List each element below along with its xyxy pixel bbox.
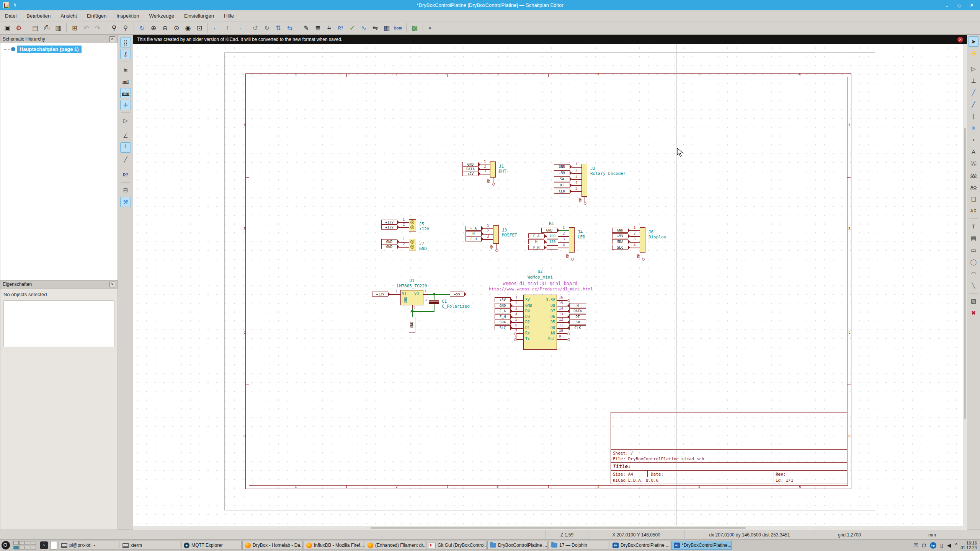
menu-inspektion[interactable]: Inspektion	[111, 10, 144, 21]
net-label-gnd[interactable]: GND	[381, 244, 397, 249]
taskbar-window-firefox[interactable]: (Enhanced) Filament dr...	[365, 541, 425, 550]
import-sheet-pin-button[interactable]: A↧	[968, 206, 979, 216]
delete-tool-button[interactable]: ✖	[968, 308, 979, 318]
net-label-gnd[interactable]: GND	[541, 228, 557, 233]
hierarchy-panel-close-icon[interactable]: ✕	[109, 36, 115, 42]
taskbar-window-firefox[interactable]: DryBox - Homelab - Da...	[242, 541, 303, 550]
print-button[interactable]: ⎙	[41, 23, 52, 33]
properties-panel-button[interactable]: ⚒	[120, 197, 131, 207]
tray-expand-tray-icon[interactable]: ^	[955, 542, 958, 548]
browse-symbol-libraries-button[interactable]: ≣	[312, 23, 323, 33]
net-label-f_a[interactable]: F_A	[495, 308, 511, 313]
edit-footprints-button[interactable]: ⌗	[324, 23, 335, 33]
wires-45-degree-button[interactable]: ╱	[120, 154, 131, 165]
titlebar[interactable]: ✎ *DryBoxControlPlatine [DryBoxControlPl…	[0, 0, 980, 10]
u1-regulator-symbol[interactable]: U1LM7805_TO220VIVOGND1+12V3+5V+C1C_Polar…	[363, 268, 478, 337]
net-label-dt[interactable]: DT	[569, 314, 586, 319]
horizontal-scrollbar-thumb[interactable]	[371, 527, 746, 529]
desktop-cell[interactable]	[25, 546, 30, 549]
menu-einfügen[interactable]: Einfügen	[82, 10, 111, 21]
symbol-fields-table-button[interactable]: ▦	[381, 23, 392, 33]
net-label-button[interactable]: A	[968, 147, 979, 157]
net-label-sw[interactable]: SW	[554, 176, 570, 181]
net-label-+5v[interactable]: +5V	[495, 297, 511, 302]
draw-wire-button[interactable]: ╱	[968, 87, 979, 98]
desktop-cell[interactable]	[19, 546, 24, 549]
add-image-button[interactable]: ▧	[968, 296, 979, 306]
hierarchy-item-label[interactable]: Hauptschaltplan (page 1)	[17, 46, 82, 53]
clipboard-tray-icon[interactable]: ▯	[940, 542, 943, 548]
wires-any-angle-button[interactable]: ∠	[120, 130, 131, 141]
wire-to-bus-entry-button[interactable]: ∥	[968, 111, 979, 121]
net-label-sw[interactable]: SW	[569, 320, 586, 324]
net-label-+12v[interactable]: +12V	[381, 220, 397, 225]
net-label-clk[interactable]: CLK	[569, 325, 586, 330]
highlight-net-button[interactable]: ⚡	[968, 48, 979, 59]
draw-text-button[interactable]: T	[968, 221, 979, 231]
net-label-gnd[interactable]: GND	[612, 228, 628, 233]
net-label-5v[interactable]: +5V	[450, 292, 464, 297]
schematic-setup-button[interactable]: ⚙	[13, 23, 24, 33]
maximize-button[interactable]: ◇	[957, 2, 961, 8]
hierarchical-sheet-button[interactable]: ❏	[968, 194, 979, 204]
net-label-f_a[interactable]: F_A	[466, 226, 482, 231]
desktop-cell[interactable]	[31, 541, 36, 545]
taskbar-window-folder[interactable]: 17 — Dolphin	[549, 541, 609, 550]
find-button[interactable]: ⚲	[109, 23, 119, 33]
j2-connector-symbol[interactable]: 1GND2+5V3SW4DT5CLKJ2Rotary EncoderMP	[532, 155, 647, 223]
menu-bearbeiten[interactable]: Bearbeiten	[21, 10, 56, 21]
paste-button[interactable]: ⊞	[69, 23, 80, 33]
taskbar-window-terminal[interactable]: pi@prx-iot: ~	[59, 541, 119, 550]
net-label-data[interactable]: DATA	[569, 308, 586, 313]
horizontal-scrollbar[interactable]	[133, 526, 967, 530]
refresh-view-button[interactable]: ↻	[137, 23, 147, 33]
menu-einstellungen[interactable]: Einstellungen	[179, 10, 219, 21]
hierarchy-root-item[interactable]: Hauptschaltplan (page 1)	[4, 46, 118, 53]
units-mils-button[interactable]: mil	[120, 76, 131, 86]
close-button[interactable]: ✕	[970, 2, 974, 8]
grid-snap-override-button[interactable]: ⚷	[120, 49, 131, 59]
menu-ansicht[interactable]: Ansicht	[56, 10, 82, 21]
j6-connector-symbol[interactable]: 1GND2+5V3SDA4SLCJ6DisplayMP	[590, 219, 705, 279]
hierarchical-label-button[interactable]: A◇	[968, 182, 979, 192]
draw-textbox-button[interactable]: ▤	[968, 233, 979, 243]
taskbar-window-folder[interactable]: DryBoxControlPlatine ...	[487, 541, 548, 550]
desktop-cell[interactable]	[31, 546, 36, 549]
net-label-+5v[interactable]: +5V	[462, 171, 479, 176]
u2-wemos-symbol[interactable]: U2WeMos_miniwemos_d1_mini:D1_mini_boardh…	[478, 264, 604, 360]
menu-werkzeuge[interactable]: Werkzeuge	[144, 10, 179, 21]
wires-90-degree-button[interactable]: └	[120, 142, 131, 153]
taskbar-window-kicad[interactable]: KiDryBoxControlPlatine ...	[610, 541, 670, 550]
find-replace-button[interactable]: ⚲	[120, 23, 131, 33]
desktop-cell[interactable]	[13, 546, 19, 549]
net-class-directive-button[interactable]: Ⓐ	[968, 158, 979, 169]
desktop-cell[interactable]	[25, 541, 30, 545]
net-label-h[interactable]: H	[528, 239, 544, 244]
net-label-h[interactable]: H	[569, 303, 586, 308]
net-label-12v[interactable]: +12V	[372, 292, 388, 297]
minimize-button[interactable]: ⌄	[945, 2, 949, 8]
global-label-button[interactable]: ⟨A⟩	[968, 170, 979, 181]
redo-button[interactable]: ↷	[92, 23, 103, 33]
undo-button[interactable]: ↶	[81, 23, 91, 33]
vertical-scrollbar[interactable]	[963, 44, 967, 526]
units-mm-button[interactable]: mm	[120, 88, 131, 98]
properties-panel-close-icon[interactable]: ✕	[109, 282, 115, 287]
lock-tray-icon[interactable]: ⚿	[914, 542, 918, 549]
desktop-cell[interactable]	[19, 541, 24, 545]
simulator-button[interactable]: ∿	[358, 23, 369, 33]
taskbar-window-git[interactable]: Git Gui (DryBoxControl...	[426, 541, 487, 550]
taskbar-window-terminal[interactable]: xterm	[120, 541, 180, 550]
mirror-vertical-button[interactable]: ⇅	[273, 23, 284, 33]
annotate-button[interactable]: R?	[335, 23, 346, 33]
net-label-sda[interactable]: SDA	[495, 320, 511, 324]
nav-back-button[interactable]: ←	[211, 23, 221, 33]
net-label-gnd[interactable]: GND	[495, 303, 511, 308]
banner-close-icon[interactable]: ✕	[957, 37, 963, 42]
net-label-gnd[interactable]: GND	[381, 239, 397, 244]
zoom-objects-button[interactable]: ◉	[183, 23, 193, 33]
select-tool-button[interactable]: ➤	[968, 36, 979, 47]
net-label-dt[interactable]: DT	[554, 183, 570, 187]
show-hidden-pins-button[interactable]: ▷	[120, 115, 131, 126]
taskbar-window-kicad[interactable]: Ki*DryBoxControlPlatine...	[671, 541, 732, 550]
